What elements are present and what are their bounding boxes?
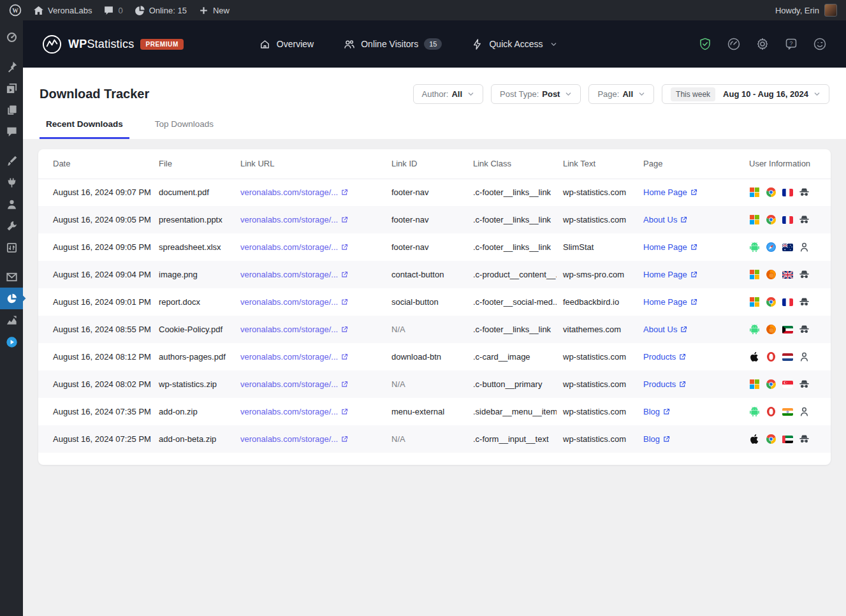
sliders-icon: [6, 242, 18, 254]
nav-quick-access[interactable]: Quick Access: [471, 38, 557, 50]
page-link[interactable]: Home Page: [643, 187, 697, 197]
sidebar-item-settings[interactable]: [0, 237, 23, 258]
file-cell: Cookie-Policy.pdf: [152, 316, 234, 343]
account-menu[interactable]: Howdy, Erin: [775, 4, 837, 17]
incognito-icon: [799, 324, 810, 335]
link-id-cell: N/A: [385, 370, 467, 398]
wordpress-menu[interactable]: W: [9, 4, 22, 17]
page-link[interactable]: About Us: [643, 215, 687, 224]
brand-rest: Statistics: [87, 38, 134, 50]
page-link[interactable]: Home Page: [643, 297, 697, 307]
gear-icon[interactable]: [755, 37, 769, 51]
sidebar-item-posts[interactable]: [0, 55, 23, 77]
page-link[interactable]: Blog: [643, 434, 670, 444]
france-flag-icon: [782, 189, 793, 196]
sidebar-item-mail[interactable]: [0, 266, 23, 288]
link-url[interactable]: veronalabs.com/storage/...: [240, 297, 348, 307]
sidebar-item-appearance[interactable]: [0, 150, 23, 172]
sidebar-item-pages[interactable]: [0, 99, 23, 121]
date-range-text: Aug 10 - Aug 16, 2024: [723, 89, 808, 99]
sidebar-item-users[interactable]: [0, 193, 23, 215]
person-icon: [799, 406, 810, 417]
bolt-icon: [471, 38, 483, 50]
page-link[interactable]: Products: [643, 379, 686, 389]
col-date: Date: [38, 149, 152, 179]
smiley-icon[interactable]: [813, 37, 827, 51]
windows-icon: [749, 379, 760, 390]
post-type-filter[interactable]: Post Type:Post: [491, 84, 581, 104]
sidebar-item-plugins[interactable]: [0, 172, 23, 193]
sidebar-item-wp-statistics[interactable]: [0, 288, 23, 309]
author-filter[interactable]: Author:All: [413, 84, 484, 104]
link-url[interactable]: veronalabs.com/storage/...: [240, 434, 348, 444]
plus-icon: [198, 5, 209, 16]
link-class-cell: .c-footer__links__link: [467, 233, 557, 261]
external-link-icon: [341, 271, 348, 278]
online-visitors-link[interactable]: Online: 15: [135, 5, 187, 16]
user-icon: [6, 198, 18, 210]
gauge-icon[interactable]: [727, 37, 741, 51]
link-url[interactable]: veronalabs.com/storage/...: [240, 215, 348, 224]
sidebar-item-tools[interactable]: [0, 215, 23, 237]
plugin-nav: Overview Online Visitors15 Quick Access: [259, 38, 557, 50]
wordpress-logo-icon: W: [9, 4, 22, 17]
comments-link[interactable]: 0: [103, 5, 122, 16]
link-text-cell: wp-statistics.com: [557, 179, 637, 206]
home-outline-icon: [259, 38, 271, 50]
user-information: [749, 406, 824, 417]
nav-overview[interactable]: Overview: [259, 38, 314, 50]
india-flag-icon: [782, 408, 793, 416]
chart-icon: [6, 314, 18, 326]
sidebar-item-media[interactable]: [0, 77, 23, 99]
howdy-text: Howdy, Erin: [775, 6, 819, 15]
link-url[interactable]: veronalabs.com/storage/...: [240, 407, 348, 416]
tab-top-downloads[interactable]: Top Downloads: [149, 114, 220, 139]
page-link[interactable]: Products: [643, 352, 686, 362]
table-row: August 16, 2024 08:02 PMwp-statistics.zi…: [38, 370, 831, 398]
france-flag-icon: [782, 216, 793, 224]
sidebar-item-analytics[interactable]: [0, 309, 23, 331]
link-id-cell: N/A: [385, 316, 467, 343]
link-url[interactable]: veronalabs.com/storage/...: [240, 187, 348, 197]
svg-text:?: ?: [789, 40, 792, 47]
link-class-cell: .sidebar__menu__item: [467, 398, 557, 425]
date-range-filter[interactable]: This weekAug 10 - Aug 16, 2024: [662, 84, 829, 104]
link-url[interactable]: veronalabs.com/storage/...: [240, 270, 348, 279]
android-icon: [749, 242, 760, 253]
chrome-icon: [766, 379, 777, 390]
link-url[interactable]: veronalabs.com/storage/...: [240, 379, 348, 389]
incognito-icon: [799, 434, 810, 444]
page-link[interactable]: Home Page: [643, 270, 697, 279]
link-text-cell: vitathemes.com: [557, 316, 637, 343]
file-cell: image.png: [152, 261, 234, 288]
page-filter[interactable]: Page:All: [588, 84, 654, 104]
link-id-cell: footer-nav: [385, 179, 467, 206]
wp-statistics-brand[interactable]: WPStatistics PREMIUM: [42, 34, 184, 54]
sidebar-item-comments[interactable]: [0, 121, 23, 142]
link-url[interactable]: veronalabs.com/storage/...: [240, 325, 348, 334]
page-link[interactable]: About Us: [643, 325, 687, 334]
page-link[interactable]: Blog: [643, 407, 670, 416]
link-url[interactable]: veronalabs.com/storage/...: [240, 242, 348, 252]
link-text-cell: feedbackbird.io: [557, 288, 637, 316]
singapore-flag-icon: [782, 381, 793, 388]
tab-recent-downloads[interactable]: Recent Downloads: [40, 114, 129, 139]
admin-sidebar: [0, 20, 23, 616]
external-link-icon: [679, 381, 686, 388]
chrome-icon: [766, 187, 777, 198]
new-content-link[interactable]: New: [198, 5, 230, 16]
site-name-link[interactable]: VeronaLabs: [33, 5, 92, 16]
help-icon[interactable]: ?: [784, 37, 798, 51]
page-link[interactable]: Home Page: [643, 242, 697, 252]
downloads-table: Date File Link URL Link ID Link Class Li…: [38, 149, 831, 453]
incognito-icon: [799, 297, 810, 307]
nav-online-visitors[interactable]: Online Visitors15: [343, 38, 442, 50]
mail-icon: [6, 271, 18, 283]
link-url[interactable]: veronalabs.com/storage/...: [240, 352, 348, 362]
sidebar-item-play[interactable]: [0, 331, 23, 353]
link-class-cell: .c-footer__links__link: [467, 179, 557, 206]
shield-check-icon[interactable]: [698, 37, 712, 51]
opera-icon: [766, 406, 777, 417]
sidebar-item-dashboard[interactable]: [0, 26, 23, 48]
australia-flag-icon: [782, 244, 793, 251]
